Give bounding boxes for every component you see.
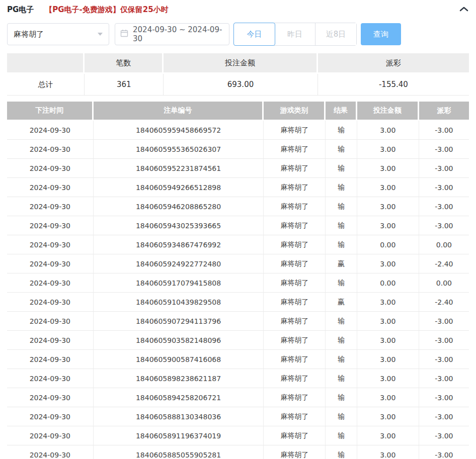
cell-bet-amount: 3.00 <box>357 216 419 235</box>
cell-bet-amount: 3.00 <box>357 254 419 273</box>
cell-bet-time: 2024-09-30 <box>7 178 94 197</box>
col-header-bet-time: 下注时间 <box>7 102 94 121</box>
panel-header: PG电子 【PG电子-免费游戏】仅保留25小时 <box>7 0 469 15</box>
cell-bet-id: 1840605898238621187 <box>94 369 264 388</box>
cell-payout: 0.00 <box>419 235 469 254</box>
cell-game-type: 麻将胡了 <box>264 197 326 216</box>
cell-payout: -3.00 <box>419 140 469 159</box>
chevron-up-icon <box>459 6 469 14</box>
cell-result: 输 <box>326 178 357 197</box>
cell-game-type: 麻将胡了 <box>264 350 326 369</box>
quick-button-today[interactable]: 今日 <box>233 23 275 46</box>
table-row: 2024-09-30 1840605952231874561 麻将胡了 输 3.… <box>7 159 469 178</box>
cell-payout: -3.00 <box>419 426 469 445</box>
game-select-value: 麻将胡了 <box>14 30 44 39</box>
cell-game-type: 麻将胡了 <box>264 293 326 312</box>
cell-bet-id: 1840605943025393665 <box>94 216 264 235</box>
cell-game-type: 麻将胡了 <box>264 121 326 140</box>
cell-payout: -3.00 <box>419 350 469 369</box>
cell-bet-time: 2024-09-30 <box>7 331 94 350</box>
pg-records-panel: PG电子 【PG电子-免费游戏】仅保留25小时 麻将胡了 <box>0 0 476 459</box>
cell-game-type: 麻将胡了 <box>264 426 326 445</box>
summary-total-payout: -155.40 <box>318 74 469 96</box>
cell-result: 输 <box>326 273 357 293</box>
cell-bet-amount: 3.00 <box>357 445 419 459</box>
cell-bet-time: 2024-09-30 <box>7 235 94 254</box>
table-row: 2024-09-30 1840605934867476992 麻将胡了 输 0.… <box>7 235 469 254</box>
cell-bet-time: 2024-09-30 <box>7 121 94 140</box>
collapse-button[interactable] <box>459 6 469 14</box>
date-range-input[interactable]: 2024-09-30 ~ 2024-09-30 <box>115 23 229 45</box>
cell-result: 输 <box>326 312 357 331</box>
cell-game-type: 麻将胡了 <box>264 388 326 407</box>
table-row: 2024-09-30 1840605891196374019 麻将胡了 输 3.… <box>7 426 469 445</box>
quick-button-last8days[interactable]: 近8日 <box>315 23 356 45</box>
cell-bet-id: 1840605891196374019 <box>94 426 264 445</box>
cell-payout: -2.40 <box>419 293 469 312</box>
cell-game-type: 麻将胡了 <box>264 159 326 178</box>
cell-result: 赢 <box>326 254 357 273</box>
cell-bet-time: 2024-09-30 <box>7 197 94 216</box>
cell-game-type: 麻将胡了 <box>264 407 326 426</box>
cell-game-type: 麻将胡了 <box>264 235 326 254</box>
query-button[interactable]: 查询 <box>361 23 401 45</box>
cell-bet-time: 2024-09-30 <box>7 254 94 273</box>
cell-result: 输 <box>326 140 357 159</box>
cell-payout: -2.40 <box>419 254 469 273</box>
cell-bet-id: 1840605888130348036 <box>94 407 264 426</box>
cell-bet-time: 2024-09-30 <box>7 369 94 388</box>
summary-total-bet-amount: 693.00 <box>164 74 318 96</box>
cell-game-type: 麻将胡了 <box>264 216 326 235</box>
table-row: 2024-09-30 1840605907294113796 麻将胡了 输 3.… <box>7 312 469 331</box>
table-row: 2024-09-30 1840605949266512898 麻将胡了 输 3.… <box>7 178 469 197</box>
cell-bet-time: 2024-09-30 <box>7 273 94 293</box>
cell-result: 输 <box>326 216 357 235</box>
col-header-game-type: 游戏类别 <box>264 102 326 121</box>
cell-bet-amount: 0.00 <box>357 235 419 254</box>
cell-game-type: 麻将胡了 <box>264 178 326 197</box>
cell-bet-id: 1840605894258206721 <box>94 388 264 407</box>
quick-button-yesterday[interactable]: 昨日 <box>275 23 315 45</box>
cell-bet-amount: 3.00 <box>357 407 419 426</box>
cell-bet-time: 2024-09-30 <box>7 216 94 235</box>
table-row: 2024-09-30 1840605885055905281 麻将胡了 输 3.… <box>7 445 469 459</box>
summary-header-bet-amount: 投注金额 <box>164 53 318 74</box>
table-row: 2024-09-30 1840605924922772480 麻将胡了 赢 3.… <box>7 254 469 273</box>
cell-bet-id: 1840605959458669572 <box>94 121 264 140</box>
cell-bet-time: 2024-09-30 <box>7 350 94 369</box>
cell-bet-amount: 0.00 <box>357 273 419 293</box>
cell-payout: -3.00 <box>419 178 469 197</box>
retention-notice: 【PG电子-免费游戏】仅保留25小时 <box>45 5 168 15</box>
cell-bet-id: 1840605949266512898 <box>94 178 264 197</box>
cell-payout: -3.00 <box>419 331 469 350</box>
col-header-bet-amount: 投注金额 <box>357 102 419 121</box>
cell-payout: -3.00 <box>419 197 469 216</box>
cell-bet-time: 2024-09-30 <box>7 312 94 331</box>
cell-bet-id: 1840605885055905281 <box>94 445 264 459</box>
table-row: 2024-09-30 1840605959458669572 麻将胡了 输 3.… <box>7 121 469 140</box>
game-select[interactable]: 麻将胡了 <box>7 23 109 45</box>
chevron-down-icon <box>98 33 103 36</box>
cell-bet-amount: 3.00 <box>357 312 419 331</box>
cell-bet-time: 2024-09-30 <box>7 407 94 426</box>
cell-payout: 0.00 <box>419 273 469 293</box>
summary-header-count: 笔数 <box>85 53 164 74</box>
summary-total-count: 361 <box>85 74 164 96</box>
table-row: 2024-09-30 1840605917079415808 麻将胡了 输 0.… <box>7 273 469 293</box>
cell-bet-id: 1840605934867476992 <box>94 235 264 254</box>
cell-result: 输 <box>326 331 357 350</box>
cell-result: 输 <box>326 235 357 254</box>
table-row: 2024-09-30 1840605894258206721 麻将胡了 输 3.… <box>7 388 469 407</box>
quick-date-group: 今日 昨日 近8日 <box>233 23 357 46</box>
summary-header-payout: 派彩 <box>318 53 469 74</box>
cell-payout: -3.00 <box>419 445 469 459</box>
cell-result: 输 <box>326 445 357 459</box>
cell-bet-time: 2024-09-30 <box>7 445 94 459</box>
cell-bet-amount: 3.00 <box>357 140 419 159</box>
cell-bet-time: 2024-09-30 <box>7 426 94 445</box>
col-header-bet-id: 注单编号 <box>94 102 264 121</box>
table-row: 2024-09-30 1840605946208865280 麻将胡了 输 3.… <box>7 197 469 216</box>
cell-game-type: 麻将胡了 <box>264 312 326 331</box>
records-table: 下注时间 注单编号 游戏类别 结果 投注金额 派彩 2024-09-30 184… <box>7 102 469 459</box>
cell-bet-amount: 3.00 <box>357 426 419 445</box>
